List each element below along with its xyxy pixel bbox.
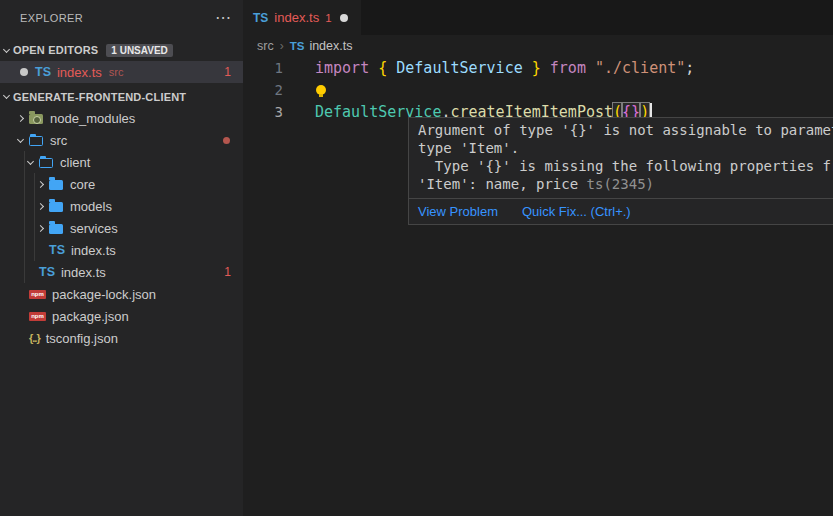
code-token: import <box>315 59 369 77</box>
breadcrumb-separator-icon: › <box>280 39 284 53</box>
hover-message-line: Argument of type '{}' is not assignable … <box>418 121 833 139</box>
hover-error-tooltip: Argument of type '{}' is not assignable … <box>408 117 833 225</box>
open-editor-folder-hint: src <box>109 66 124 78</box>
tree-item-src-index-ts[interactable]: TS index.ts 1 <box>0 261 243 283</box>
tree-item-label: models <box>70 199 112 214</box>
typescript-file-icon: TS <box>253 11 268 25</box>
typescript-file-icon: TS <box>35 65 51 79</box>
chevron-right-icon <box>37 224 44 231</box>
code-token: ; <box>685 59 694 77</box>
tree-item-label: package.json <box>52 309 129 324</box>
tree-item-tsconfig-json[interactable]: {..} tsconfig.json <box>0 327 243 349</box>
hover-message: Argument of type '{}' is not assignable … <box>409 118 833 198</box>
tree-item-label: services <box>70 221 118 236</box>
open-editor-filename: index.ts <box>57 65 102 80</box>
open-folder-icon <box>29 136 43 146</box>
code-token: } <box>532 59 541 77</box>
breadcrumb-file[interactable]: index.ts <box>309 39 352 53</box>
folder-icon <box>49 202 63 212</box>
chevron-right-icon <box>17 114 24 121</box>
file-tree: node_modules src client core <box>0 107 243 349</box>
modified-indicator-dot <box>223 137 230 144</box>
project-name-label: GENERATE-FRONTEND-CLIENT <box>13 91 186 103</box>
tree-item-label: index.ts <box>61 265 106 280</box>
tab-index-ts[interactable]: TS index.ts 1 <box>243 0 361 35</box>
tab-error-count: 1 <box>325 12 331 24</box>
breadcrumb: src › TS index.ts <box>243 35 833 57</box>
tree-item-label: tsconfig.json <box>46 331 118 346</box>
tree-item-label: src <box>50 133 67 148</box>
tree-item-client-index-ts[interactable]: TS index.ts <box>0 239 243 261</box>
chevron-down-icon <box>3 45 10 52</box>
tree-item-node-modules[interactable]: node_modules <box>0 107 243 129</box>
json-braces-icon: {..} <box>29 332 40 344</box>
breadcrumb-folder[interactable]: src <box>257 39 274 53</box>
tree-item-services[interactable]: services <box>0 217 243 239</box>
npm-icon: npm <box>29 312 46 321</box>
typescript-file-icon: TS <box>49 243 65 257</box>
error-code: ts(2345) <box>587 176 654 192</box>
tab-bar: TS index.ts 1 <box>243 0 833 35</box>
folder-icon <box>49 180 63 190</box>
tree-item-label: node_modules <box>50 111 135 126</box>
npm-icon: npm <box>29 290 46 299</box>
tree-item-client[interactable]: client <box>0 151 243 173</box>
explorer-title: EXPLORER <box>20 12 83 24</box>
hover-message-line: 'Item': name, price <box>418 176 587 192</box>
code-token: "./client" <box>595 59 685 77</box>
modified-dot-icon <box>20 68 28 76</box>
sidebar-header: EXPLORER ⋯ <box>0 0 243 36</box>
open-editors-label: OPEN EDITORS <box>13 44 98 56</box>
project-section-header[interactable]: GENERATE-FRONTEND-CLIENT <box>0 86 243 107</box>
line-number: 1 <box>243 60 283 76</box>
error-count-badge: 1 <box>224 65 231 79</box>
node-modules-folder-icon <box>29 114 43 124</box>
tree-item-models[interactable]: models <box>0 195 243 217</box>
tree-item-package-json[interactable]: npm package.json <box>0 305 243 327</box>
tree-item-core[interactable]: core <box>0 173 243 195</box>
open-editor-item[interactable]: TS index.ts src 1 <box>0 61 243 83</box>
hover-message-line: Type '{}' is missing the following prope… <box>418 157 833 175</box>
open-folder-icon <box>39 158 53 168</box>
hover-message-line: type 'Item'. <box>418 139 833 157</box>
chevron-right-icon <box>37 202 44 209</box>
tree-item-src[interactable]: src <box>0 129 243 151</box>
code-line-2: 2 <box>243 79 833 101</box>
typescript-file-icon: TS <box>39 265 55 279</box>
chevron-right-icon <box>37 180 44 187</box>
open-editors-section-header[interactable]: OPEN EDITORS 1 UNSAVED <box>0 39 243 61</box>
tree-item-package-lock-json[interactable]: npm package-lock.json <box>0 283 243 305</box>
chevron-down-icon <box>27 157 34 164</box>
code-token: DefaultService <box>396 59 522 77</box>
explorer-sidebar: EXPLORER ⋯ OPEN EDITORS 1 UNSAVED TS ind… <box>0 0 243 516</box>
lightbulb-icon[interactable] <box>316 85 326 95</box>
tree-item-label: client <box>60 155 90 170</box>
typescript-file-icon: TS <box>290 40 305 52</box>
code-line-1: 1 import { DefaultService } from "./clie… <box>243 57 833 79</box>
code-token: from <box>550 59 586 77</box>
editor-area[interactable]: TS index.ts 1 src › TS index.ts 1 import… <box>243 0 833 516</box>
chevron-down-icon <box>3 92 10 99</box>
code-token: { <box>378 59 387 77</box>
line-number: 2 <box>243 82 283 98</box>
chevron-down-icon <box>17 135 24 142</box>
line-number: 3 <box>243 104 283 120</box>
vscode-window: EXPLORER ⋯ OPEN EDITORS 1 UNSAVED TS ind… <box>0 0 833 516</box>
tree-item-label: package-lock.json <box>52 287 156 302</box>
unsaved-count-badge: 1 UNSAVED <box>106 44 173 57</box>
tree-item-label: core <box>70 177 95 192</box>
unsaved-dot-icon[interactable] <box>340 14 348 22</box>
indent-guide <box>34 173 35 261</box>
tab-filename: index.ts <box>274 10 319 25</box>
tree-item-label: index.ts <box>71 243 116 258</box>
folder-icon <box>49 224 63 234</box>
error-count-badge: 1 <box>224 265 231 279</box>
hover-actions: View Problem Quick Fix... (Ctrl+.) <box>409 198 833 224</box>
indent-guide <box>24 151 25 283</box>
code-area[interactable]: 1 import { DefaultService } from "./clie… <box>243 57 833 123</box>
more-actions-icon[interactable]: ⋯ <box>215 13 231 23</box>
view-problem-link[interactable]: View Problem <box>418 204 498 219</box>
quick-fix-link[interactable]: Quick Fix... (Ctrl+.) <box>522 204 631 219</box>
